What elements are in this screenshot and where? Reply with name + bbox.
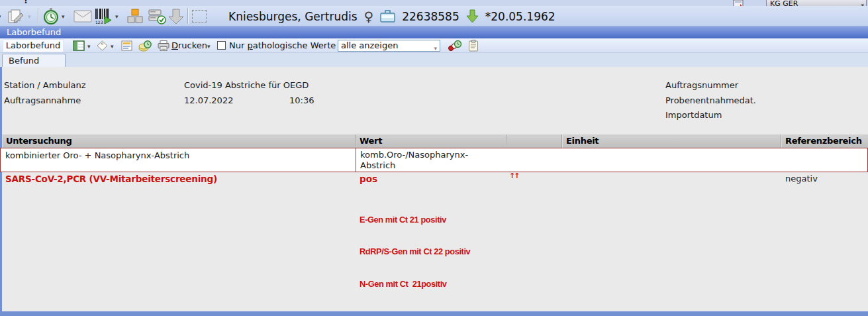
result-wert: pos bbox=[360, 174, 377, 184]
stopwatch-icon[interactable] bbox=[42, 8, 60, 25]
result-comment-block: E-Gen mit Ct 21 positiv RdRP/S-Gen mit C… bbox=[360, 193, 708, 316]
result-filter-select[interactable]: alle anzeigen ▾ bbox=[338, 40, 440, 52]
auftragsnummer-label: Auftragsnummer bbox=[665, 80, 738, 90]
chevron-down-icon[interactable]: ▾ bbox=[207, 44, 211, 50]
column-header-referenzbereich[interactable]: Referenzbereich bbox=[781, 134, 868, 148]
window-bottom-edge bbox=[0, 311, 868, 316]
patho-filter-label[interactable]: Nur pathologische Werte bbox=[229, 40, 336, 51]
green-down-arrow-icon bbox=[466, 9, 479, 23]
comment-line: RdRP/S-Gen mit Ct 22 positiv bbox=[360, 246, 708, 257]
server-ok-icon[interactable] bbox=[147, 9, 167, 25]
document-details-icon[interactable] bbox=[121, 40, 132, 51]
tab-strip: Befund bbox=[0, 53, 868, 67]
station-value: Covid-19 Abstriche für OEGD bbox=[184, 80, 309, 90]
printer-icon[interactable] bbox=[158, 40, 169, 51]
toolbar-separator bbox=[187, 8, 188, 24]
chevron-down-icon: ▾ bbox=[434, 43, 437, 54]
svg-text:123: 123 bbox=[95, 20, 103, 25]
tag-icon[interactable] bbox=[97, 40, 108, 51]
panel-title-bar: Laborbefund bbox=[0, 26, 868, 38]
patient-name: Kniesburges, Gertrudis bbox=[228, 10, 358, 23]
medication-history-icon[interactable] bbox=[448, 40, 462, 52]
auftragsannahme-time: 10:36 bbox=[289, 95, 314, 105]
app-window: ! KG GER ▾ ▾ ▾ bbox=[0, 0, 868, 316]
patho-filter-checkbox[interactable] bbox=[217, 41, 226, 50]
packages-icon[interactable] bbox=[126, 9, 144, 25]
column-header-wert[interactable]: Wert bbox=[356, 134, 506, 148]
main-toolbar: ▾ ▾ ▾ bbox=[0, 6, 868, 26]
birth-date: *20.05.1962 bbox=[485, 10, 555, 23]
case-number: 22638585 bbox=[402, 10, 459, 23]
toolbar-separator bbox=[38, 8, 38, 24]
overflow-indicator: ! bbox=[24, 0, 28, 5]
chevron-down-icon-disabled: ▾ bbox=[28, 14, 31, 20]
download-arrow-icon[interactable] bbox=[168, 9, 185, 25]
station-label: Station / Ambulanz bbox=[4, 80, 86, 90]
column-header-untersuchung[interactable]: Untersuchung bbox=[2, 134, 356, 148]
result-untersuchung: SARS-CoV-2,PCR (VV-Mitarbeiterscreening) bbox=[5, 174, 217, 184]
specimen-wert: komb.Oro-/Nasopharynx- Abstrich bbox=[356, 148, 468, 172]
tab-befund[interactable]: Befund bbox=[2, 54, 66, 67]
envelope-icon[interactable] bbox=[73, 10, 92, 23]
female-gender-icon: ♀ bbox=[364, 10, 374, 23]
chevron-down-icon[interactable]: ▾ bbox=[111, 44, 114, 50]
result-filter-value: alle anzeigen bbox=[341, 40, 398, 50]
comment-line: N-Gen mit Ct 21positiv bbox=[360, 279, 708, 290]
column-header-flag[interactable] bbox=[506, 134, 562, 148]
print-button[interactable]: Drucken bbox=[171, 40, 207, 51]
table-row-specimen[interactable]: kombinierter Oro- + Nasopharynx-Abstrich… bbox=[0, 148, 868, 172]
clipboard-icon[interactable] bbox=[468, 40, 479, 52]
chevron-down-icon[interactable]: ▾ bbox=[62, 14, 65, 20]
chevron-down-icon[interactable]: ▾ bbox=[115, 14, 119, 20]
view-name-label: Laborbefund bbox=[3, 39, 64, 52]
result-referenzbereich: negativ bbox=[785, 174, 818, 184]
auftragsannahme-label: Auftragsannahme bbox=[4, 95, 81, 105]
chevron-down-icon[interactable]: ▾ bbox=[87, 44, 91, 50]
befund-toolbar: Laborbefund ▾ ▾ bbox=[0, 38, 868, 53]
edit-notes-icon[interactable] bbox=[7, 9, 25, 24]
panel-title: Laborbefund bbox=[0, 27, 61, 37]
chevron-down-icon[interactable]: ▾ bbox=[0, 14, 1, 20]
pathological-flag-arrows-icon: ↑↑ bbox=[509, 172, 518, 180]
column-header-einheit[interactable]: Einheit bbox=[562, 134, 781, 148]
briefcase-icon bbox=[380, 10, 395, 23]
table-layout-icon[interactable] bbox=[73, 40, 85, 51]
results-table-header: Untersuchung Wert Einheit Referenzbereic… bbox=[2, 134, 868, 148]
specimen-untersuchung: kombinierter Oro- + Nasopharynx-Abstrich bbox=[1, 148, 356, 172]
importdatum-label: Importdatum bbox=[665, 110, 722, 120]
selection-marquee-icon[interactable] bbox=[192, 10, 207, 23]
barcode-run-icon[interactable]: 123 bbox=[94, 9, 114, 25]
patient-bar: Kniesburges, Gertrudis ♀ 22638585 *20.05… bbox=[228, 6, 555, 26]
auftragsannahme-date: 12.07.2022 bbox=[184, 95, 233, 105]
probenentnahme-label: Probenentnahmedat. bbox=[665, 95, 756, 105]
history-icon[interactable] bbox=[138, 40, 152, 52]
comment-line: E-Gen mit Ct 21 positiv bbox=[360, 215, 708, 225]
